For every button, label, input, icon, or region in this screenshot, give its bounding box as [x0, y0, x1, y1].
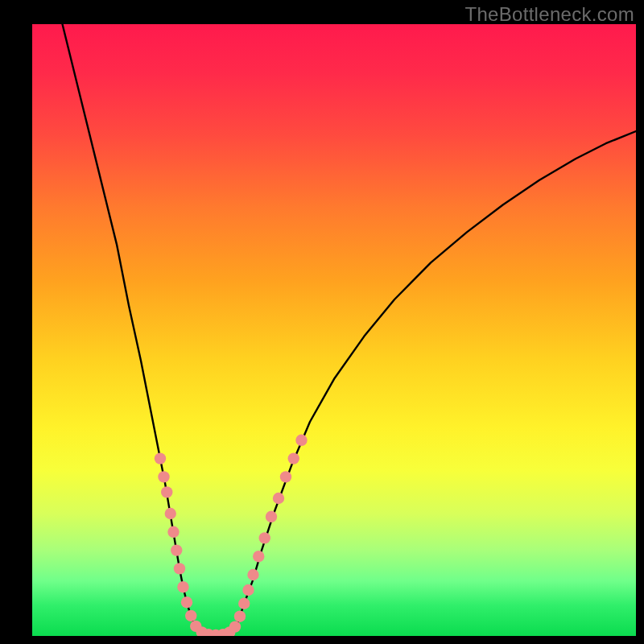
plot-svg — [32, 24, 636, 636]
highlight-dot — [266, 511, 277, 522]
highlight-dot — [234, 610, 246, 621]
curve-right — [232, 131, 637, 633]
curve-left — [63, 24, 202, 633]
highlight-dot — [177, 581, 188, 592]
highlight-dot — [174, 563, 185, 574]
highlight-dot — [273, 493, 284, 504]
highlight-dot — [167, 526, 179, 538]
highlight-dot — [253, 551, 264, 562]
highlight-dot — [181, 597, 192, 608]
highlight-dot — [247, 569, 258, 580]
highlight-dot — [280, 471, 291, 482]
highlight-dot — [259, 532, 270, 543]
chart-frame: TheBottleneck.com — [0, 0, 644, 644]
highlight-dot — [242, 584, 254, 596]
highlight-dot — [158, 471, 169, 482]
highlight-dot — [155, 452, 166, 464]
highlight-dot — [238, 598, 250, 609]
highlight-dot — [171, 544, 182, 555]
highlight-dot — [161, 486, 172, 497]
highlight-dot — [295, 435, 307, 446]
plot-area — [32, 24, 636, 636]
highlight-dot — [229, 621, 241, 632]
attribution-text: TheBottleneck.com — [464, 3, 634, 26]
highlight-dots — [155, 435, 308, 636]
highlight-dot — [185, 610, 196, 621]
highlight-dot — [288, 452, 299, 464]
highlight-dot — [165, 508, 176, 519]
